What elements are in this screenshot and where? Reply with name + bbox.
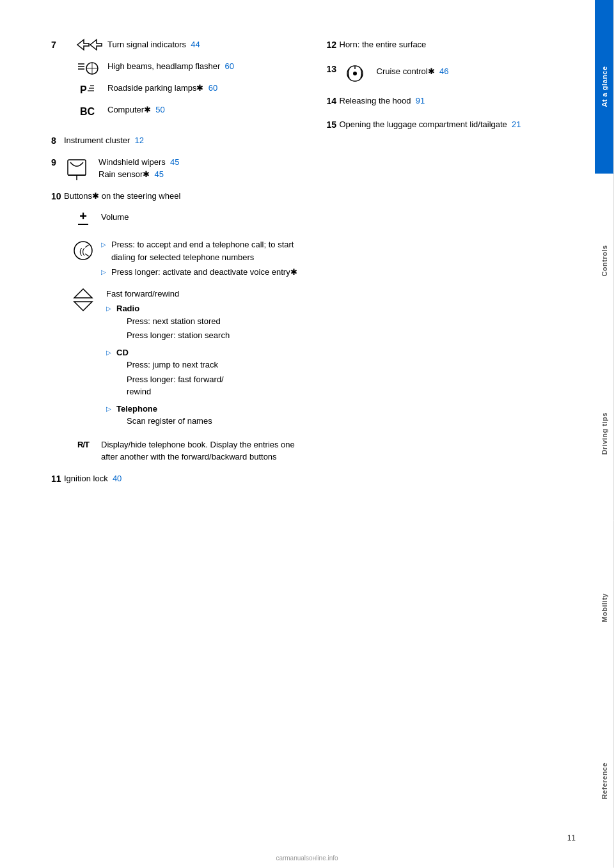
telephone-arrow: ▷ <box>106 404 113 414</box>
item-7-computer-text: Computer✱ 50 <box>107 104 165 116</box>
main-content: 7 Turn <box>0 0 556 868</box>
sidebar-tab-driving-tips[interactable]: Driving tips <box>595 347 614 521</box>
item-10-number: 10 <box>51 191 64 201</box>
item-7-number: 7 <box>51 40 64 50</box>
item-10-rt: R/T Display/hide telephone book. Display… <box>70 438 301 463</box>
item-15-text: Opening the luggage compartment lid/tail… <box>340 118 521 131</box>
item-12: 12 Horn: the entire surface <box>327 38 531 51</box>
phone-button-text: ▷ Press: to accept and end a telephone c… <box>101 238 301 281</box>
radio-line1: Press: next station stored <box>127 315 230 328</box>
bullet-arrow-1: ▷ <box>101 240 107 249</box>
item-11-number: 11 <box>51 474 64 484</box>
svg-text:BC: BC <box>80 106 95 117</box>
cd-line2: Press longer: fast forward/rewind <box>127 373 224 398</box>
svg-marker-18 <box>74 289 92 298</box>
item-7: 7 Turn <box>51 38 301 125</box>
item-7-high-beams: High beams, headlamp flasher 60 <box>77 60 234 75</box>
right-column: 12 Horn: the entire surface 13 <box>327 38 531 493</box>
rt-button-icon: R/T <box>70 440 96 449</box>
left-column: 7 Turn <box>51 38 301 493</box>
item-12-number: 12 <box>327 40 340 50</box>
svg-line-17 <box>85 254 89 256</box>
phone-button-icon: (( <box>70 240 96 261</box>
item-14: 14 Releasing the hood 91 <box>327 95 531 107</box>
bullet-1: ▷ Press: to accept and end a telephone c… <box>101 238 301 263</box>
item-7-parking-lamps: P Roadside parking lamps✱ 60 <box>77 82 234 97</box>
item-7-computer: BC Computer✱ 50 <box>77 104 234 119</box>
cd-arrow: ▷ <box>106 348 113 357</box>
item-8: 8 Instrument cluster 12 <box>51 134 301 147</box>
rt-button-text: Display/hide telephone book. Display the… <box>101 438 301 463</box>
sidebar-tab-reference[interactable]: Reference <box>595 694 614 868</box>
sidebar-tab-controls[interactable]: Controls <box>595 174 614 348</box>
cd-line1: Press: jump to next track <box>127 359 224 371</box>
two-column-layout: 7 Turn <box>51 38 531 493</box>
svg-line-16 <box>85 245 89 247</box>
item-10-phone: (( ▷ Press: to accept and end a telepho <box>70 238 301 281</box>
svg-marker-1 <box>90 40 102 50</box>
item-13: 13 <box>327 63 531 83</box>
item-10-header: Buttons✱ on the steering wheel <box>64 190 180 203</box>
cruise-control-icon <box>342 64 368 83</box>
fastforward-text: Fast forward/rewind ▷ Radio Press: next … <box>106 288 230 432</box>
page-number: 11 <box>567 833 576 842</box>
item-10: 10 Buttons✱ on the steering wheel + <box>51 190 301 463</box>
item-9-text: Windshield wipers 45 Rain sensor✱ 45 <box>98 156 179 181</box>
item-11-text: Ignition lock 40 <box>64 472 122 485</box>
parking-lamps-icon: P <box>77 83 102 97</box>
volume-icon: + <box>70 210 96 232</box>
item-7-turn-signal: Turn signal indicators 44 <box>77 38 234 54</box>
item-14-text: Releasing the hood 91 <box>340 95 425 107</box>
svg-text:P: P <box>80 84 87 95</box>
right-sidebar: At a glance Controls Driving tips Mobili… <box>595 0 614 868</box>
radio-arrow: ▷ <box>106 304 113 313</box>
fast-forward-down-icon <box>70 300 96 311</box>
sidebar-tab-mobility[interactable]: Mobility <box>595 521 614 695</box>
item-13-number: 13 <box>327 64 340 74</box>
item-7-turn-signal-text: Turn signal indicators 44 <box>107 38 200 51</box>
bullet-2: ▷ Press longer: activate and deactivate … <box>101 266 301 279</box>
item-9: 9 Windshield wip <box>51 156 301 181</box>
high-beams-icon <box>77 61 102 75</box>
item-8-number: 8 <box>51 136 64 146</box>
item-10-fastforward: Fast forward/rewind ▷ Radio Press: next … <box>70 288 301 432</box>
svg-marker-19 <box>74 302 92 311</box>
item-7-subitems: Turn signal indicators 44 <box>77 38 234 125</box>
watermark: carmanualsонline.info <box>276 855 338 862</box>
turn-signal-icon <box>77 40 102 54</box>
radio-line2: Press longer: station search <box>127 329 230 342</box>
radio-bullet: ▷ Radio Press: next station stored Press… <box>106 302 230 344</box>
item-12-text: Horn: the entire surface <box>340 38 427 51</box>
item-15: 15 Opening the luggage compartment lid/t… <box>327 118 531 131</box>
item-8-text: Instrument cluster 12 <box>64 134 144 147</box>
item-9-number: 9 <box>51 157 64 167</box>
item-10-volume: + Volume <box>70 208 301 232</box>
telephone-line1: Scan register of names <box>127 415 212 428</box>
item-11: 11 Ignition lock 40 <box>51 472 301 485</box>
item-7-high-beams-text: High beams, headlamp flasher 60 <box>107 60 234 73</box>
item-14-number: 14 <box>327 96 340 106</box>
item-13-text: Cruise control✱ 46 <box>377 65 449 78</box>
svg-point-21 <box>353 72 357 75</box>
sidebar-tab-at-a-glance[interactable]: At a glance <box>595 0 614 174</box>
svg-text:((: (( <box>79 246 85 256</box>
svg-marker-0 <box>77 40 89 50</box>
volume-text: Volume <box>101 208 129 224</box>
telephone-bullet: ▷ Telephone Scan register of names <box>106 403 230 430</box>
computer-icon: BC <box>77 105 102 119</box>
item-7-parking-lamps-text: Roadside parking lamps✱ 60 <box>107 82 217 95</box>
bullet-arrow-2: ▷ <box>101 267 107 277</box>
windshield-wiper-icon <box>64 157 90 180</box>
item-15-number: 15 <box>327 120 340 130</box>
sidebar-tabs: At a glance Controls Driving tips Mobili… <box>595 0 614 868</box>
page-container: 7 Turn <box>0 0 614 868</box>
svg-rect-11 <box>68 160 86 175</box>
fast-forward-up-icon <box>70 289 96 299</box>
cd-bullet: ▷ CD Press: jump to next track Press lon… <box>106 346 230 400</box>
